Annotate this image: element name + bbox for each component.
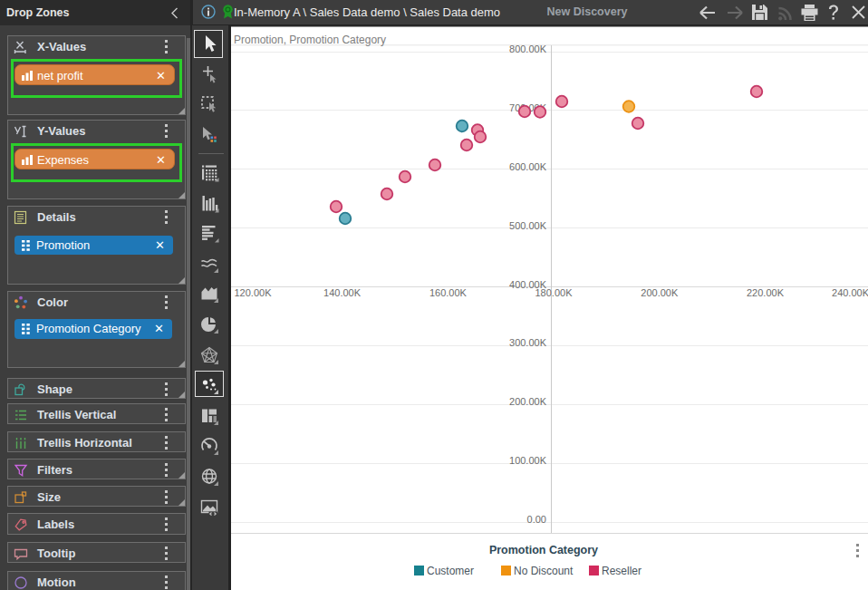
svg-text:800.00K: 800.00K [509,44,547,54]
svg-text:120.00K: 120.00K [235,287,273,298]
svg-text:200.00K: 200.00K [641,287,679,298]
svg-text:500.00K: 500.00K [509,220,547,231]
svg-text:100.00K: 100.00K [509,455,547,466]
svg-text:220.00K: 220.00K [747,287,785,298]
svg-text:240.00K: 240.00K [832,287,868,298]
svg-text:200.00K: 200.00K [509,396,547,407]
svg-text:180.00K: 180.00K [535,287,574,298]
svg-text:0.00: 0.00 [527,514,546,525]
svg-text:140.00K: 140.00K [323,287,362,298]
svg-text:600.00K: 600.00K [509,161,547,172]
svg-text:160.00K: 160.00K [429,287,468,298]
svg-text:300.00K: 300.00K [509,337,547,348]
